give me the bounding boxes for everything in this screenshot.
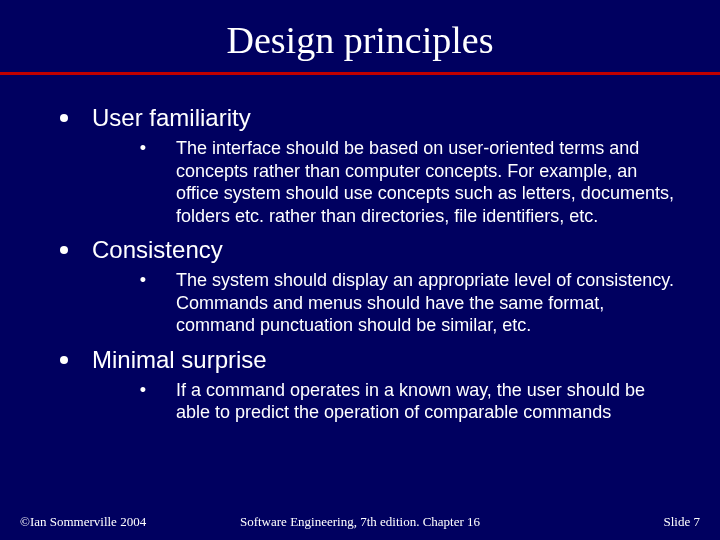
slide: Design principles User familiarity • The… [0, 0, 720, 540]
dot-bullet-icon: • [136, 270, 150, 292]
footer-slide-number: Slide 7 [664, 514, 700, 530]
bullet-heading: User familiarity [92, 103, 251, 133]
bullet-level2: • The system should display an appropria… [136, 269, 674, 337]
bullet-level1: Minimal surprise [60, 345, 684, 375]
bullet-level2: • The interface should be based on user-… [136, 137, 674, 227]
bullet-level1: User familiarity [60, 103, 684, 133]
dot-bullet-icon: • [136, 380, 150, 402]
bullet-level2: • If a command operates in a known way, … [136, 379, 674, 424]
bullet-heading: Consistency [92, 235, 223, 265]
disc-bullet-icon [60, 356, 68, 364]
bullet-level1: Consistency [60, 235, 684, 265]
content-area: User familiarity • The interface should … [0, 75, 720, 424]
slide-title: Design principles [0, 18, 720, 62]
dot-bullet-icon: • [136, 138, 150, 160]
bullet-detail: If a command operates in a known way, th… [176, 379, 674, 424]
disc-bullet-icon [60, 114, 68, 122]
bullet-heading: Minimal surprise [92, 345, 267, 375]
bullet-detail: The interface should be based on user-or… [176, 137, 674, 227]
footer: ©Ian Sommerville 2004 Software Engineeri… [0, 514, 720, 530]
disc-bullet-icon [60, 246, 68, 254]
title-area: Design principles [0, 0, 720, 62]
footer-copyright: ©Ian Sommerville 2004 [20, 514, 146, 530]
bullet-detail: The system should display an appropriate… [176, 269, 674, 337]
